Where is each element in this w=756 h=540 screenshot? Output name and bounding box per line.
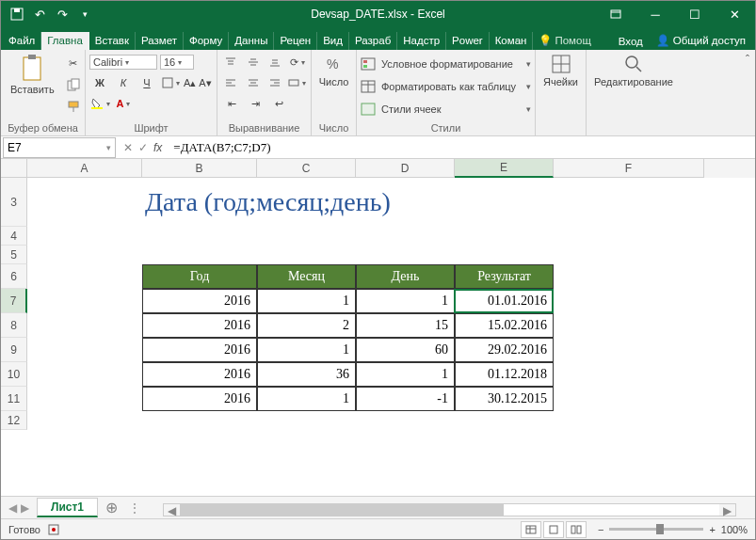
format-table-button[interactable]: Форматировать как таблицу▾ [361, 76, 531, 97]
tab-developer[interactable]: Разраб [349, 32, 397, 50]
tab-insert[interactable]: Вставк [89, 32, 136, 50]
col-B[interactable]: B [142, 159, 257, 178]
cell-day[interactable]: 1 [356, 289, 455, 313]
cell[interactable] [27, 362, 142, 387]
orientation-icon[interactable]: ⟳ [288, 53, 308, 71]
row-head[interactable]: 8 [1, 313, 27, 338]
cell-year[interactable]: 2016 [142, 362, 257, 387]
title-cell[interactable]: Дата (год;месяц;день) [142, 178, 668, 227]
zoom-out-icon[interactable]: − [598, 524, 603, 535]
cell[interactable] [27, 313, 142, 338]
merge-icon[interactable] [288, 73, 308, 92]
fill-color-button[interactable] [89, 94, 110, 113]
row-head[interactable]: 9 [1, 338, 27, 362]
format-painter-icon[interactable] [63, 97, 84, 116]
cell[interactable] [27, 387, 142, 411]
cells-button[interactable]: Ячейки [539, 52, 582, 89]
next-sheet-icon[interactable]: ▶ [21, 501, 29, 515]
cell-year[interactable]: 2016 [142, 313, 257, 338]
cell-result[interactable]: 01.01.2016 [455, 289, 554, 313]
row-head[interactable]: 12 [1, 411, 27, 430]
align-bottom-icon[interactable] [265, 53, 285, 71]
accept-formula-icon[interactable]: ✓ [138, 141, 148, 154]
editing-button[interactable]: Редактирование [590, 52, 677, 89]
row-head[interactable]: 11 [1, 387, 27, 411]
zoom-in-icon[interactable]: + [709, 524, 715, 535]
cell[interactable] [27, 411, 668, 430]
underline-button[interactable]: Ч [137, 73, 157, 92]
cell-month[interactable]: 2 [257, 313, 356, 338]
tab-data[interactable]: Данны [229, 32, 274, 50]
cell-day[interactable]: -1 [356, 387, 455, 411]
cell[interactable] [27, 178, 142, 227]
align-right-icon[interactable] [265, 73, 285, 92]
name-box[interactable]: E7 ▾ [3, 137, 116, 158]
header-result[interactable]: Результат [455, 264, 554, 289]
undo-icon[interactable]: ↶ [31, 6, 48, 23]
cell-day[interactable]: 60 [356, 338, 455, 362]
font-name-select[interactable]: Calibri [89, 55, 157, 70]
row-head[interactable]: 3 [1, 178, 27, 227]
cut-icon[interactable]: ✂ [63, 54, 84, 72]
tab-home[interactable]: Главна [41, 32, 89, 50]
select-all-corner[interactable] [1, 159, 27, 178]
tell-me[interactable]: 💡Помощ [533, 31, 596, 50]
header-day[interactable]: День [356, 264, 455, 289]
cell-result[interactable]: 01.12.2018 [455, 362, 554, 387]
col-A[interactable]: A [27, 159, 142, 178]
borders-button[interactable] [160, 73, 181, 92]
tab-view[interactable]: Вид [317, 32, 349, 50]
conditional-format-button[interactable]: Условное форматирование▾ [361, 54, 531, 74]
cell[interactable] [27, 264, 142, 289]
font-color-button[interactable]: A [113, 94, 134, 113]
indent-increase-icon[interactable]: ⇥ [245, 94, 265, 113]
cell-month[interactable]: 36 [257, 362, 356, 387]
qat-dropdown-icon[interactable]: ▾ [76, 6, 93, 23]
zoom-level[interactable]: 100% [721, 524, 748, 535]
fx-icon[interactable]: fx [153, 141, 162, 154]
share-button[interactable]: 👤Общий доступ [649, 31, 753, 50]
italic-button[interactable]: К [113, 73, 134, 92]
cell-year[interactable]: 2016 [142, 338, 257, 362]
header-year[interactable]: Год [142, 264, 257, 289]
row-head[interactable]: 4 [1, 227, 27, 246]
align-middle-icon[interactable] [244, 53, 264, 71]
chevron-down-icon[interactable]: ▾ [106, 143, 111, 152]
page-break-view-icon[interactable] [566, 521, 587, 538]
maximize-icon[interactable]: ☐ [676, 1, 714, 27]
wrap-text-icon[interactable]: ↩ [268, 94, 289, 113]
paste-button[interactable]: Вставить [5, 52, 60, 97]
page-layout-view-icon[interactable] [543, 521, 564, 538]
tab-review[interactable]: Рецен [274, 32, 317, 50]
number-format-button[interactable]: % Число [315, 52, 352, 89]
row-head[interactable]: 6 [1, 264, 27, 289]
align-top-icon[interactable] [221, 53, 241, 71]
zoom-slider[interactable] [609, 528, 703, 531]
row-head[interactable]: 5 [1, 246, 27, 264]
collapse-ribbon-icon[interactable]: ˆ [740, 50, 755, 135]
row-head[interactable]: 7 [1, 289, 27, 313]
bold-button[interactable]: Ж [89, 73, 110, 92]
sheet-tab[interactable]: Лист1 [37, 498, 98, 517]
save-icon[interactable] [8, 6, 25, 23]
ribbon-options-icon[interactable] [597, 1, 635, 27]
cell-year[interactable]: 2016 [142, 387, 257, 411]
indent-decrease-icon[interactable]: ⇤ [221, 94, 242, 113]
cell-result[interactable]: 15.02.2016 [455, 313, 554, 338]
cell-result[interactable]: 30.12.2015 [455, 387, 554, 411]
minimize-icon[interactable]: ─ [636, 1, 674, 27]
cell[interactable] [27, 227, 668, 246]
cell-year[interactable]: 2016 [142, 289, 257, 313]
cell[interactable] [27, 246, 668, 264]
cell-day[interactable]: 1 [356, 362, 455, 387]
header-month[interactable]: Месяц [257, 264, 356, 289]
tab-layout[interactable]: Размет [136, 32, 184, 50]
prev-sheet-icon[interactable]: ◀ [8, 501, 17, 515]
copy-icon[interactable] [63, 75, 84, 94]
tab-team[interactable]: Коман [490, 32, 534, 50]
cell-month[interactable]: 1 [257, 289, 356, 313]
cancel-formula-icon[interactable]: ✕ [123, 141, 133, 154]
cell-result[interactable]: 29.02.2016 [455, 338, 554, 362]
cell-month[interactable]: 1 [257, 387, 356, 411]
col-F[interactable]: F [554, 159, 704, 178]
